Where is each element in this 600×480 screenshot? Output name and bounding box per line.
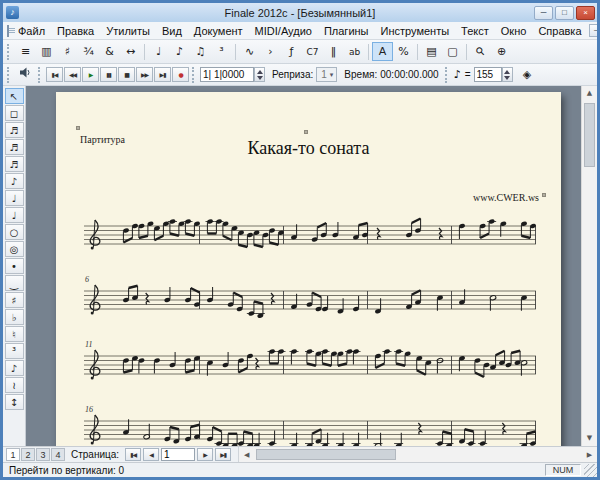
grace-note-button[interactable]: ♪ xyxy=(5,360,24,376)
page-tab-2[interactable]: 2 xyxy=(21,448,35,461)
music-system-3[interactable]: 11 xyxy=(84,338,536,402)
eraser-tool-button[interactable]: ◻ xyxy=(5,105,24,121)
page-tab-3[interactable]: 3 xyxy=(36,448,50,461)
menu-window[interactable]: Окно xyxy=(495,23,533,39)
next-page-button[interactable]: ▶ xyxy=(197,448,213,461)
whole-note-button[interactable]: ○ xyxy=(5,224,24,240)
sixty-fourth-note-button[interactable]: ♬ xyxy=(5,122,24,138)
speaker-button[interactable] xyxy=(15,65,36,84)
minimize-button[interactable]: ─ xyxy=(534,6,553,20)
thirty-second-note-button[interactable]: ♬ xyxy=(5,139,24,155)
first-page-button[interactable]: ▮◀ xyxy=(125,448,141,461)
audio-setup-button[interactable]: ◈ xyxy=(517,65,538,84)
flat-button[interactable]: ♭ xyxy=(5,309,24,325)
vertical-scrollbar[interactable]: ▲ ▼ xyxy=(581,86,597,446)
page-tab-4[interactable]: 4 xyxy=(51,448,65,461)
rest-button[interactable]: ≀ xyxy=(5,377,24,393)
speedy-entry-tool-button[interactable]: ♪ xyxy=(169,42,190,61)
articulation-tool-button[interactable]: › xyxy=(260,42,281,61)
transport-grip[interactable] xyxy=(38,67,42,83)
music-system-1[interactable] xyxy=(84,208,536,272)
natural-button[interactable]: ♮ xyxy=(5,326,24,342)
toolbar-grip[interactable] xyxy=(7,44,11,60)
sharp-button[interactable]: ♯ xyxy=(5,292,24,308)
maximize-button[interactable]: □ xyxy=(555,6,574,20)
resize-grip[interactable] xyxy=(584,464,597,477)
menu-help[interactable]: Справка xyxy=(532,23,587,39)
tempo-field[interactable] xyxy=(474,67,502,82)
reprise-select[interactable]: 1▾ xyxy=(316,67,337,82)
text-tool-button[interactable]: A xyxy=(372,42,393,61)
half-note-button[interactable]: ♩ xyxy=(5,207,24,223)
page-number-field[interactable] xyxy=(161,448,195,461)
record-button[interactable]: ● xyxy=(172,67,189,82)
repitch-button[interactable]: ↕ xyxy=(5,394,24,410)
horizontal-scrollbar[interactable]: ◀ ▶ xyxy=(238,447,597,463)
quarter-note-button[interactable]: ♩ xyxy=(5,190,24,206)
key-signature-tool-button[interactable]: ♯ xyxy=(57,42,78,61)
watermark-text[interactable]: www.CWER.ws xyxy=(473,192,539,203)
title-handle[interactable] xyxy=(304,130,308,134)
mdi-minimize-button[interactable]: ─ xyxy=(589,24,600,37)
counter-grip[interactable] xyxy=(192,67,196,83)
eighth-note-button[interactable]: ♪ xyxy=(5,173,24,189)
staff-tool-button[interactable]: ≡ xyxy=(15,42,36,61)
tuplet-button[interactable]: ³ xyxy=(5,343,24,359)
playback-grip[interactable] xyxy=(7,67,11,83)
pause-button[interactable]: ▮▮ xyxy=(100,67,117,82)
note-mover-tool-button[interactable]: ↔ xyxy=(120,42,141,61)
score-page[interactable]: Партитура Какая-то соната www.CWER.ws 61… xyxy=(56,92,561,446)
page-tab-1[interactable]: 1 xyxy=(6,448,20,461)
time-signature-tool-button[interactable]: ¾ xyxy=(78,42,99,61)
menu-view[interactable]: Вид xyxy=(156,23,188,39)
scroll-down-icon[interactable]: ▼ xyxy=(582,431,597,446)
barline-tool-button[interactable]: ▥ xyxy=(36,42,57,61)
tie-button[interactable]: ‿ xyxy=(5,275,24,291)
hyperscribe-tool-button[interactable]: ♫ xyxy=(190,42,211,61)
dot-button[interactable]: • xyxy=(5,258,24,274)
last-page-button[interactable]: ▶▮ xyxy=(215,448,231,461)
document-icon[interactable] xyxy=(7,25,9,37)
simple-entry-tool-button[interactable]: ♩ xyxy=(148,42,169,61)
tuplet-tool-button[interactable]: ³ xyxy=(211,42,232,61)
menu-edit[interactable]: Правка xyxy=(51,23,100,39)
rewind-button[interactable]: ◀◀ xyxy=(64,67,81,82)
play-button[interactable]: ▶ xyxy=(82,67,99,82)
stop-button[interactable]: ■ xyxy=(118,67,135,82)
menu-midi-audio[interactable]: MIDI/Аудио xyxy=(249,23,318,39)
score-view[interactable]: Партитура Какая-то соната www.CWER.ws 61… xyxy=(26,86,581,446)
expression-tool-button[interactable]: ƒ xyxy=(281,42,302,61)
forward-button[interactable]: ▶▶ xyxy=(136,67,153,82)
page-layout-tool-button[interactable]: ▤ xyxy=(421,42,442,61)
resize-tool-button[interactable]: % xyxy=(393,42,414,61)
close-button[interactable]: × xyxy=(576,6,595,20)
scroll-left-icon[interactable]: ◀ xyxy=(239,447,254,463)
prev-page-button[interactable]: ◀ xyxy=(143,448,159,461)
scroll-up-icon[interactable]: ▲ xyxy=(582,86,597,101)
lyrics-tool-button[interactable]: ab xyxy=(344,42,365,61)
text-block-handle[interactable] xyxy=(76,126,80,130)
repeat-tool-button[interactable]: ‖ xyxy=(323,42,344,61)
music-system-2[interactable]: 6 xyxy=(84,273,536,337)
measure-counter-spinner[interactable] xyxy=(254,67,265,82)
menu-text[interactable]: Текст xyxy=(455,23,495,39)
menu-file[interactable]: Файл xyxy=(12,23,51,39)
measure-counter-field[interactable] xyxy=(200,67,254,82)
horizontal-scroll-thumb[interactable] xyxy=(256,449,396,460)
chord-tool-button[interactable]: C7 xyxy=(302,42,323,61)
music-system-4[interactable]: 16 xyxy=(84,403,536,446)
menu-plugins[interactable]: Плагины xyxy=(318,23,375,39)
score-title[interactable]: Какая-то соната xyxy=(56,138,561,159)
hand-grabber-tool-button[interactable]: ⊕ xyxy=(491,42,512,61)
sixteenth-note-button[interactable]: ♬ xyxy=(5,156,24,172)
selection-tool-button[interactable]: ▢ xyxy=(442,42,463,61)
caret-tool-button[interactable]: ↖ xyxy=(5,88,24,104)
clef-tool-button[interactable]: & xyxy=(99,42,120,61)
scroll-right-icon[interactable]: ▶ xyxy=(582,447,597,463)
menu-document[interactable]: Документ xyxy=(188,23,249,39)
tempo-grip[interactable] xyxy=(445,67,449,83)
watermark-handle[interactable] xyxy=(542,193,546,197)
title-bar[interactable]: ♪ Finale 2012c - [Безымянный1] ─ □ × xyxy=(3,3,597,22)
menu-utilities[interactable]: Утилиты xyxy=(100,23,156,39)
smart-shape-tool-button[interactable]: ∿ xyxy=(239,42,260,61)
